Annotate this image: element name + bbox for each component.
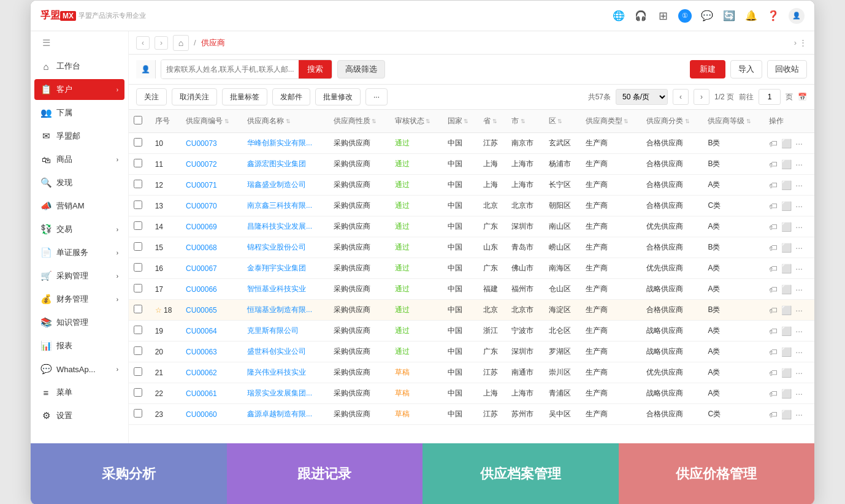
- row-name[interactable]: 锦程实业股份公司: [242, 237, 329, 258]
- row-checkbox[interactable]: [134, 159, 142, 167]
- row-name[interactable]: 金泰翔宇实业集团: [242, 258, 329, 279]
- row-checkbox[interactable]: [134, 242, 142, 251]
- sidebar-item-report[interactable]: 📊 报表: [31, 334, 128, 357]
- col-province[interactable]: 省: [478, 110, 507, 133]
- col-country[interactable]: 国家: [443, 110, 478, 133]
- breadcrumb-settings-icon[interactable]: ⋮: [799, 38, 807, 47]
- sidebar-item-knowledge[interactable]: 📚 知识管理: [31, 311, 128, 334]
- copy-action-icon[interactable]: ⬜: [781, 264, 792, 273]
- copy-action-icon[interactable]: ⬜: [781, 305, 792, 315]
- row-code[interactable]: CU00068: [181, 237, 242, 258]
- breadcrumb-more-icon[interactable]: ›: [794, 38, 797, 47]
- row-name[interactable]: 隆兴伟业科技实业: [242, 362, 329, 383]
- batch-edit-button[interactable]: 批量修改: [315, 88, 361, 105]
- avatar[interactable]: 👤: [789, 8, 805, 24]
- row-checkbox[interactable]: [134, 284, 142, 292]
- sidebar-item-finance[interactable]: 💰 财务管理 ›: [31, 288, 128, 311]
- copy-action-icon[interactable]: ⬜: [781, 410, 792, 419]
- more-action-icon[interactable]: ···: [795, 159, 803, 169]
- col-name[interactable]: 供应商名称: [242, 110, 329, 133]
- tile-supplier-price[interactable]: 供应价格管理: [619, 443, 815, 504]
- tag-action-icon[interactable]: 🏷: [769, 410, 778, 419]
- row-name[interactable]: 昌隆科技实业发展...: [242, 216, 329, 237]
- row-name[interactable]: 瑞景实业发展集团...: [242, 383, 329, 404]
- sidebar-item-whatsapp[interactable]: 💬 WhatsAp... ›: [31, 357, 128, 381]
- copy-action-icon[interactable]: ⬜: [781, 139, 792, 148]
- sidebar-item-settings[interactable]: ⚙ 设置: [31, 404, 128, 427]
- more-action-icon[interactable]: ···: [795, 180, 803, 190]
- help-icon[interactable]: ❓: [767, 9, 780, 23]
- row-name[interactable]: 智恒基业科技实业: [242, 279, 329, 300]
- sidebar-item-discover[interactable]: 🔍 发现: [31, 171, 128, 194]
- search-input[interactable]: [161, 60, 299, 78]
- next-page-button[interactable]: ›: [694, 89, 709, 105]
- recycle-button[interactable]: 回收站: [767, 60, 807, 78]
- col-status[interactable]: 审核状态: [390, 110, 443, 133]
- tag-action-icon[interactable]: 🏷: [769, 389, 778, 399]
- row-name[interactable]: 华峰创新实业有限...: [242, 133, 329, 154]
- home-button[interactable]: ⌂: [173, 35, 189, 51]
- copy-action-icon[interactable]: ⬜: [781, 243, 792, 253]
- col-category[interactable]: 供应商分类: [641, 110, 703, 133]
- tag-action-icon[interactable]: 🏷: [769, 368, 778, 378]
- unfollow-button[interactable]: 取消关注: [172, 88, 217, 105]
- row-code[interactable]: CU00061: [181, 383, 242, 404]
- globe-icon[interactable]: 🌐: [612, 9, 625, 23]
- per-page-select[interactable]: 50 条/页 100 条/页: [616, 89, 668, 105]
- search-button[interactable]: 搜索: [299, 60, 332, 78]
- row-checkbox[interactable]: [134, 409, 142, 418]
- tag-action-icon[interactable]: 🏷: [769, 139, 778, 148]
- row-checkbox[interactable]: [134, 346, 142, 355]
- row-code[interactable]: CU00067: [181, 258, 242, 279]
- copy-action-icon[interactable]: ⬜: [781, 201, 792, 211]
- col-type[interactable]: 供应商性质: [329, 110, 390, 133]
- col-supplier-type[interactable]: 供应商类型: [581, 110, 642, 133]
- more-action-icon[interactable]: ···: [795, 284, 803, 294]
- tag-action-icon[interactable]: 🏷: [769, 326, 778, 336]
- row-code[interactable]: CU00065: [181, 300, 242, 321]
- circle-icon[interactable]: ①: [678, 9, 692, 23]
- more-action-icon[interactable]: ···: [795, 305, 803, 315]
- chat-icon[interactable]: 💬: [700, 9, 714, 23]
- more-action-icon[interactable]: ···: [795, 410, 803, 419]
- tag-action-icon[interactable]: 🏷: [769, 222, 778, 232]
- send-email-button[interactable]: 发邮件: [272, 88, 310, 105]
- more-action-icon[interactable]: ···: [795, 222, 803, 232]
- copy-action-icon[interactable]: ⬜: [781, 347, 792, 357]
- more-action-icon[interactable]: ···: [795, 368, 803, 378]
- nav-back-button[interactable]: ‹: [136, 36, 150, 50]
- import-button[interactable]: 导入: [730, 60, 762, 78]
- more-action-icon[interactable]: ···: [795, 389, 803, 399]
- col-code[interactable]: 供应商编号: [181, 110, 242, 133]
- row-code[interactable]: CU00064: [181, 321, 242, 342]
- row-code[interactable]: CU00066: [181, 279, 242, 300]
- select-all-checkbox[interactable]: [134, 116, 142, 124]
- row-code[interactable]: CU00070: [181, 196, 242, 216]
- sidebar-item-docs[interactable]: 📄 单证服务 ›: [31, 241, 128, 264]
- more-action-icon[interactable]: ···: [795, 264, 803, 273]
- copy-action-icon[interactable]: ⬜: [781, 159, 792, 169]
- new-button[interactable]: 新建: [690, 60, 725, 78]
- advanced-filter-button[interactable]: 高级筛选: [337, 60, 385, 78]
- sidebar-item-workbench[interactable]: ⌂ 工作台: [31, 55, 128, 78]
- sidebar-item-subordinate[interactable]: 👥 下属: [31, 101, 128, 124]
- refresh-icon[interactable]: 🔄: [722, 9, 736, 23]
- tag-action-icon[interactable]: 🏷: [769, 264, 778, 273]
- more-action-icon[interactable]: ···: [795, 201, 803, 211]
- row-name[interactable]: 恒瑞基业制造有限...: [242, 300, 329, 321]
- row-checkbox[interactable]: [134, 367, 142, 376]
- headset-icon[interactable]: 🎧: [634, 9, 648, 23]
- row-checkbox[interactable]: [134, 138, 142, 147]
- row-name[interactable]: 盛世科创实业公司: [242, 342, 329, 362]
- follow-button[interactable]: 关注: [136, 88, 167, 105]
- row-checkbox[interactable]: [134, 263, 142, 272]
- row-code[interactable]: CU00062: [181, 362, 242, 383]
- tag-action-icon[interactable]: 🏷: [769, 347, 778, 357]
- row-checkbox[interactable]: [134, 388, 142, 397]
- row-name[interactable]: 鑫源卓越制造有限...: [242, 404, 329, 425]
- tag-action-icon[interactable]: 🏷: [769, 284, 778, 294]
- tag-action-icon[interactable]: 🏷: [769, 201, 778, 211]
- batch-tag-button[interactable]: 批量标签: [222, 88, 267, 105]
- more-action-icon[interactable]: ···: [795, 347, 803, 357]
- more-action-icon[interactable]: ···: [795, 326, 803, 336]
